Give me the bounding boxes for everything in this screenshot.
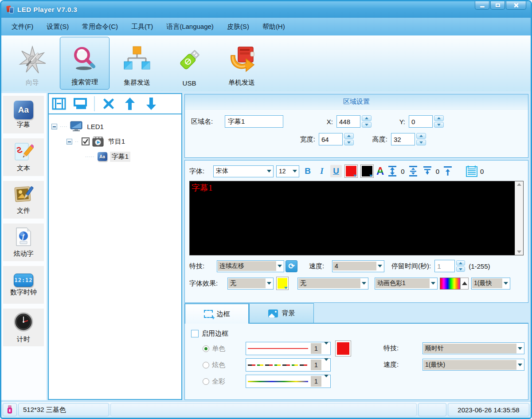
enable-border-row[interactable]: 启用边框 bbox=[191, 328, 522, 339]
font-effect2-select[interactable]: 无 bbox=[297, 278, 368, 290]
scroll-up-icon[interactable] bbox=[517, 183, 521, 186]
width-input[interactable] bbox=[319, 133, 343, 145]
sidebar-item-timer[interactable]: 计时 bbox=[3, 309, 44, 346]
minimize-button[interactable] bbox=[475, 1, 489, 10]
restore-button[interactable] bbox=[490, 1, 505, 10]
x-up-button[interactable] bbox=[362, 115, 372, 121]
animation-speed-select[interactable]: 1(最快 bbox=[471, 278, 510, 290]
menu-common-commands[interactable]: 常用命令(C) bbox=[75, 21, 125, 33]
animation-palette-swatch[interactable] bbox=[440, 278, 460, 290]
mono-color-radio[interactable] bbox=[203, 345, 209, 352]
scroll-down-icon[interactable] bbox=[517, 251, 521, 253]
mono-line-style-select[interactable]: 1 bbox=[246, 342, 331, 355]
fullcolor-line-style-select[interactable]: 1 bbox=[246, 375, 331, 388]
multiline-button[interactable] bbox=[466, 165, 477, 177]
collapse-icon[interactable] bbox=[51, 124, 57, 129]
colorful-radio[interactable] bbox=[203, 362, 209, 368]
move-up-button[interactable] bbox=[122, 96, 137, 111]
font-color-button[interactable] bbox=[344, 164, 358, 178]
y-stepper bbox=[409, 115, 444, 128]
add-program-button[interactable] bbox=[51, 96, 66, 111]
region-name-input[interactable] bbox=[225, 115, 283, 128]
line-spacing-button[interactable] bbox=[387, 165, 398, 177]
sidebar-item-file[interactable]: 文件 bbox=[3, 181, 44, 219]
tree-node-led-label[interactable]: LED1 bbox=[85, 122, 106, 131]
preview-scrollbar[interactable] bbox=[515, 181, 523, 255]
fullcolor-line-width: 1 bbox=[311, 376, 321, 387]
effect-select[interactable]: 连续左移 bbox=[217, 260, 284, 272]
menu-settings[interactable]: 设置(S) bbox=[40, 21, 75, 33]
tab-background[interactable]: 背景 bbox=[249, 303, 314, 323]
stay-up-button[interactable] bbox=[456, 260, 465, 266]
sidebar-item-text[interactable]: 文本 bbox=[3, 138, 44, 176]
menu-skin[interactable]: 皮肤(S) bbox=[220, 21, 256, 33]
toolbar-usb[interactable]: USB bbox=[164, 37, 214, 90]
align-top-button[interactable] bbox=[442, 165, 454, 177]
region-name-label: 区域名: bbox=[191, 117, 225, 126]
stay-down-button[interactable] bbox=[456, 266, 465, 272]
menu-tools[interactable]: 工具(T) bbox=[125, 21, 160, 33]
enable-border-checkbox[interactable] bbox=[191, 330, 199, 337]
border-effect-select[interactable]: 顺时针 bbox=[422, 342, 524, 354]
effect-color-button[interactable] bbox=[276, 277, 289, 290]
width-up-button[interactable] bbox=[344, 133, 354, 139]
collapse-icon[interactable] bbox=[66, 139, 72, 145]
down-arrow-icon bbox=[365, 124, 368, 126]
bold-button[interactable]: B bbox=[302, 165, 313, 177]
underline-button[interactable]: U bbox=[330, 165, 342, 177]
speed-select[interactable]: 4 bbox=[332, 260, 384, 272]
border-color-button[interactable] bbox=[335, 341, 351, 356]
program-checkbox[interactable] bbox=[82, 137, 90, 145]
menu-file[interactable]: 文件(F) bbox=[5, 21, 40, 33]
tab-border[interactable]: 边框 bbox=[184, 303, 249, 324]
full-color-radio[interactable] bbox=[203, 378, 209, 385]
sidebar-item-digital-clock[interactable]: 12:12 数字时钟 bbox=[3, 266, 44, 304]
subtitle-preview[interactable]: 字幕1 bbox=[189, 181, 524, 255]
border-effect-label: 特技: bbox=[383, 344, 422, 352]
sidebar-item-subtitle[interactable]: Aa 字幕 bbox=[3, 96, 44, 133]
tab-border-label: 边框 bbox=[217, 310, 230, 318]
height-input[interactable] bbox=[391, 133, 415, 145]
toolbar-wizard[interactable]: 向导 bbox=[8, 37, 57, 90]
y-down-button[interactable] bbox=[434, 122, 444, 128]
char-spacing-button[interactable] bbox=[407, 165, 419, 177]
toolbar-single-send[interactable]: 单机发送 bbox=[217, 37, 266, 90]
height-up-button[interactable] bbox=[416, 133, 426, 139]
colorful-line-style-select[interactable]: 1 bbox=[246, 358, 331, 372]
speed-label: 速度: bbox=[309, 262, 332, 270]
font-background-color-button[interactable] bbox=[360, 164, 374, 178]
width-down-button[interactable] bbox=[344, 140, 354, 145]
add-area-button[interactable] bbox=[73, 96, 88, 111]
tree-node-program[interactable]: ·· 节目1 bbox=[51, 134, 179, 149]
move-down-button[interactable] bbox=[144, 96, 159, 111]
delete-node-button[interactable] bbox=[101, 96, 116, 111]
menu-language[interactable]: 语言(Language) bbox=[160, 21, 220, 33]
close-button[interactable] bbox=[506, 1, 526, 10]
x-down-button[interactable] bbox=[362, 122, 372, 128]
tree-node-subtitle[interactable]: ····· Aa 字幕1 bbox=[51, 149, 179, 164]
top-offset-button[interactable] bbox=[422, 165, 433, 177]
italic-button[interactable]: I bbox=[316, 165, 328, 177]
border-speed-select[interactable]: 1(最快) bbox=[422, 359, 524, 371]
tree-node-subtitle-label[interactable]: 字幕1 bbox=[110, 152, 130, 162]
font-size-select[interactable]: 12 bbox=[276, 165, 299, 177]
x-input[interactable] bbox=[336, 115, 360, 128]
font-family-select[interactable]: 宋体 bbox=[213, 165, 274, 177]
y-input[interactable] bbox=[409, 115, 433, 128]
height-down-button[interactable] bbox=[416, 140, 426, 145]
sidebar-item-flash-text-label: 炫动字 bbox=[14, 250, 34, 258]
font-effect1-select[interactable]: 无 bbox=[227, 278, 274, 290]
y-up-button[interactable] bbox=[434, 115, 444, 121]
toolbar-cluster-send[interactable]: 集群发送 bbox=[112, 37, 162, 90]
toolbar-search-manage[interactable]: 搜索管理 bbox=[60, 37, 110, 90]
colorful-font-button[interactable]: A bbox=[376, 166, 384, 176]
animation-color-select[interactable]: 动画色彩1 bbox=[375, 278, 438, 290]
tree-node-led[interactable]: ···· LED1 bbox=[51, 119, 179, 134]
palette-up-button[interactable] bbox=[460, 278, 469, 290]
refresh-icon: ⟳ bbox=[288, 262, 294, 271]
menu-help[interactable]: 帮助(H) bbox=[256, 21, 292, 33]
stay-time-input[interactable] bbox=[434, 260, 455, 272]
refresh-effect-button[interactable]: ⟳ bbox=[286, 260, 297, 272]
sidebar-item-flash-text[interactable]: f 炫动字 bbox=[3, 223, 44, 261]
tree-node-program-label[interactable]: 节目1 bbox=[106, 137, 127, 147]
